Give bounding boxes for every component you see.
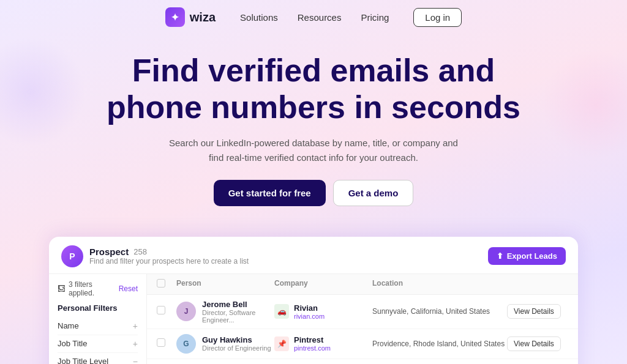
panel-title-text: Prospect	[89, 247, 129, 257]
row-checkbox-0	[157, 306, 176, 317]
filter-job-title-level-label: Job Title Level	[58, 357, 108, 364]
table-row: C Cody Fisher Engineering Director 🍎 App…	[147, 359, 578, 364]
col-company: Company	[274, 279, 372, 289]
hero-title-line2: phone numbers in seconds	[107, 89, 520, 125]
nav-links: Solutions Resources Pricing	[240, 12, 389, 23]
nav-solutions[interactable]: Solutions	[240, 12, 278, 23]
row-1-select[interactable]	[157, 338, 165, 347]
filter-job-title-level-toggle-icon[interactable]: −	[133, 357, 138, 364]
nav-resources[interactable]: Resources	[298, 12, 342, 23]
prospect-panel: P Prospect 258 Find and filter your pros…	[49, 237, 578, 364]
export-leads-button[interactable]: ⬆ Export Leads	[488, 247, 566, 265]
location-0: Sunnyvale, California, United States	[372, 307, 507, 316]
panel-subtitle: Find and filter your prospects here to c…	[89, 257, 249, 266]
filter-header: ⛾ 3 filters applied. Reset	[58, 280, 138, 297]
avatar-0: J	[176, 302, 196, 321]
company-logo-1: 📌	[274, 336, 289, 351]
view-details-button-1[interactable]: View Details	[507, 336, 561, 351]
filter-count-label: 3 filters applied.	[69, 280, 119, 297]
filter-name: Name +	[58, 318, 138, 335]
filter-job-title: Job Title +	[58, 335, 138, 353]
filter-job-title-label: Job Title	[58, 339, 87, 348]
company-domain-1: pintrest.com	[294, 344, 331, 352]
logo[interactable]: ✦ wiza	[165, 7, 216, 27]
view-details-button-0[interactable]: View Details	[507, 304, 561, 319]
filter-name-add-icon[interactable]: +	[133, 321, 138, 331]
hero-subtitle: Search our LinkedIn-powered database by …	[167, 136, 460, 165]
logo-text: wiza	[190, 10, 216, 24]
export-label: Export Leads	[507, 251, 557, 261]
select-all-checkbox[interactable]	[157, 279, 165, 288]
navbar-inner: ✦ wiza Solutions Resources Pricing Log i…	[165, 7, 462, 27]
filter-name-label: Name	[58, 321, 79, 330]
person-cell-1: G Guy Hawkins Director of Engineering	[176, 334, 274, 354]
hero-title: Find verified emails and phone numbers i…	[99, 53, 528, 126]
table-row: G Guy Hawkins Director of Engineering 📌 …	[147, 329, 578, 359]
person-info-0: Jerome Bell Director, Software Engineer.…	[202, 300, 274, 324]
panel-title: Prospect 258	[89, 247, 249, 257]
company-info-1: Pintrest pintrest.com	[294, 335, 331, 352]
company-name-1: Pintrest	[294, 335, 331, 344]
avatar-1: G	[176, 334, 196, 354]
filter-applied-text: ⛾ 3 filters applied.	[58, 280, 119, 297]
logo-icon: ✦	[165, 7, 185, 27]
hero-title-line1: Find verified emails and	[132, 53, 495, 88]
row-0-select[interactable]	[157, 306, 165, 314]
person-cell-0: J Jerome Bell Director, Software Enginee…	[176, 300, 274, 324]
company-domain-0: rivian.com	[294, 313, 325, 320]
company-info-0: Rivian rivian.com	[294, 303, 325, 320]
filters-title: Personal Filters	[58, 303, 138, 313]
col-action	[507, 279, 568, 289]
person-name-1: Guy Hawkins	[202, 335, 271, 344]
filter-job-title-level: Job Title Level − Director ×	[58, 353, 138, 364]
get-started-button[interactable]: Get started for free	[214, 180, 326, 206]
login-button[interactable]: Log in	[413, 8, 462, 27]
panel-header: P Prospect 258 Find and filter your pros…	[49, 237, 578, 274]
action-0: View Details	[507, 304, 568, 319]
panel-count: 258	[133, 247, 147, 256]
col-person: Person	[176, 279, 274, 289]
row-checkbox-1	[157, 338, 176, 349]
person-title-1: Director of Engineering	[202, 344, 271, 352]
location-1: Providence, Rhode Island, United States	[372, 340, 507, 348]
nav-pricing[interactable]: Pricing	[361, 12, 389, 23]
table-row: J Jerome Bell Director, Software Enginee…	[147, 295, 578, 329]
filter-job-title-add-icon[interactable]: +	[133, 339, 138, 349]
filter-funnel-icon: ⛾	[58, 284, 65, 293]
panel-header-left: P Prospect 258 Find and filter your pros…	[61, 245, 249, 267]
action-1: View Details	[507, 336, 568, 351]
company-cell-0: 🚗 Rivian rivian.com	[274, 303, 372, 320]
col-location: Location	[372, 279, 507, 289]
filter-reset-button[interactable]: Reset	[119, 284, 138, 293]
company-name-0: Rivian	[294, 303, 325, 313]
export-icon: ⬆	[497, 251, 503, 261]
company-logo-0: 🚗	[274, 304, 289, 319]
table-area: Person Company Location J Jerome Bell Di…	[147, 274, 578, 364]
person-name-0: Jerome Bell	[202, 300, 274, 309]
panel-body: ⛾ 3 filters applied. Reset Personal Filt…	[49, 274, 578, 364]
panel-avatar: P	[61, 245, 83, 267]
filters-sidebar: ⛾ 3 filters applied. Reset Personal Filt…	[49, 274, 147, 364]
col-checkbox	[157, 279, 176, 289]
company-cell-1: 📌 Pintrest pintrest.com	[274, 335, 372, 352]
panel-title-group: Prospect 258 Find and filter your prospe…	[89, 247, 249, 266]
table-header: Person Company Location	[147, 274, 578, 295]
navbar: ✦ wiza Solutions Resources Pricing Log i…	[0, 0, 627, 34]
hero-section: Find verified emails and phone numbers i…	[0, 34, 627, 237]
get-demo-button[interactable]: Get a demo	[333, 180, 414, 206]
hero-buttons: Get started for free Get a demo	[24, 180, 603, 206]
person-title-0: Director, Software Engineer...	[202, 309, 274, 324]
person-info-1: Guy Hawkins Director of Engineering	[202, 335, 271, 352]
